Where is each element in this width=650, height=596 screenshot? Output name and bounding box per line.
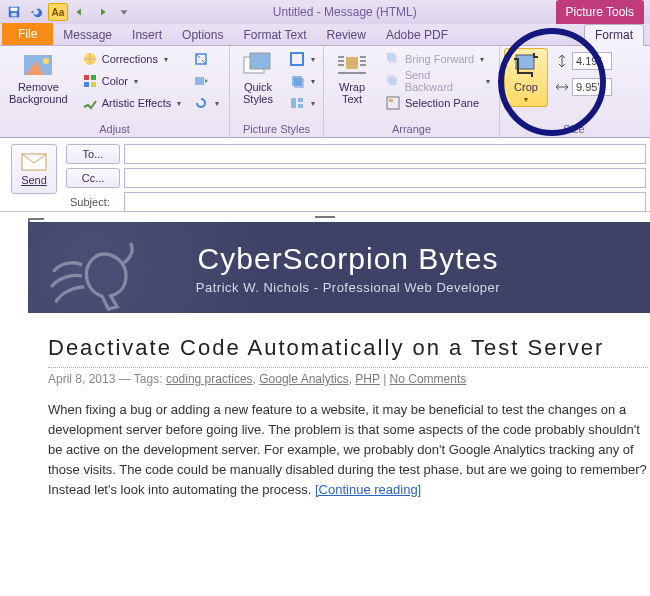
group-adjust: Remove Background Corrections▾ Color▾ Ar… (0, 46, 230, 137)
touch-mode-icon[interactable]: Aa (48, 3, 68, 21)
svg-rect-23 (387, 53, 395, 61)
comments-link[interactable]: No Comments (390, 372, 467, 386)
banner: CyberScorpion Bytes Patrick W. Nichols -… (28, 222, 650, 313)
svg-rect-14 (250, 53, 270, 69)
ribbon: Remove Background Corrections▾ Color▾ Ar… (0, 46, 650, 138)
send-button[interactable]: Send (11, 144, 57, 194)
svg-rect-7 (84, 75, 89, 80)
color-button[interactable]: Color▾ (77, 70, 186, 92)
width-icon (554, 79, 570, 95)
svg-rect-21 (346, 57, 358, 69)
to-button[interactable]: To... (66, 144, 120, 164)
tab-format[interactable]: Format (584, 24, 644, 46)
artistic-effects-button[interactable]: Artistic Effects▾ (77, 92, 186, 114)
svg-rect-15 (291, 53, 303, 65)
remove-background-button[interactable]: Remove Background (4, 48, 73, 108)
height-input[interactable]: 4.19" (572, 52, 612, 70)
qat-customize-icon[interactable] (114, 3, 134, 21)
ribbon-tabs: File Message Insert Options Format Text … (0, 24, 650, 46)
width-input[interactable]: 9.95" (572, 78, 612, 96)
change-picture-button[interactable] (188, 70, 224, 92)
undo-icon[interactable] (26, 3, 46, 21)
window-title: Untitled - Message (HTML) (134, 5, 556, 19)
corrections-button[interactable]: Corrections▾ (77, 48, 186, 70)
crop-button[interactable]: Crop ▾ (504, 48, 548, 107)
continue-reading-link[interactable]: [Continue reading] (315, 482, 421, 497)
group-arrange: Wrap Text Bring Forward▾ Send Backward▾ … (324, 46, 500, 137)
tab-review[interactable]: Review (317, 25, 376, 45)
svg-rect-19 (298, 98, 303, 102)
scorpion-logo (38, 232, 148, 342)
article-body: When fixing a bug or adding a new featur… (48, 400, 648, 500)
svg-rect-9 (84, 82, 89, 87)
envelope-icon (20, 152, 48, 172)
message-body[interactable]: CyberScorpion Bytes Patrick W. Nichols -… (0, 212, 650, 596)
svg-rect-18 (291, 98, 296, 108)
svg-rect-2 (11, 13, 16, 17)
to-field[interactable] (124, 144, 646, 164)
article-meta: April 8, 2013 — Tags: coding practices, … (48, 372, 648, 386)
group-label-arrange: Arrange (328, 122, 495, 137)
cc-field[interactable] (124, 168, 646, 188)
svg-rect-17 (294, 78, 304, 88)
save-icon[interactable] (4, 3, 24, 21)
svg-rect-25 (389, 77, 397, 85)
reset-picture-button[interactable]: ▾ (188, 92, 224, 114)
picture-layout-button[interactable]: ▾ (284, 92, 320, 114)
wrap-text-button[interactable]: Wrap Text (328, 48, 376, 108)
svg-rect-27 (389, 99, 393, 102)
svg-rect-1 (11, 8, 18, 12)
svg-rect-10 (91, 82, 96, 87)
group-size: Crop ▾ 4.19" 9.95" Size (500, 46, 648, 137)
height-input-row: 4.19" (554, 50, 612, 72)
picture-effects-button[interactable]: ▾ (284, 70, 320, 92)
tab-file[interactable]: File (2, 23, 53, 45)
contextual-tab-picture-tools: Picture Tools (556, 0, 644, 24)
quick-access-toolbar: Aa (4, 3, 134, 21)
bring-forward-button: Bring Forward▾ (380, 48, 495, 70)
height-icon (554, 53, 570, 69)
tab-options[interactable]: Options (172, 25, 233, 45)
width-input-row: 9.95" (554, 76, 612, 98)
subject-label: Subject: (66, 196, 120, 208)
tag-link[interactable]: PHP (355, 372, 379, 386)
send-backward-button: Send Backward▾ (380, 70, 495, 92)
previous-item-icon[interactable] (70, 3, 90, 21)
subject-field[interactable] (124, 192, 646, 212)
picture-border-button[interactable]: ▾ (284, 48, 320, 70)
svg-rect-8 (91, 75, 96, 80)
svg-rect-26 (387, 97, 399, 109)
tag-link[interactable]: coding practices (166, 372, 253, 386)
tag-link[interactable]: Google Analytics (259, 372, 348, 386)
group-picture-styles: Quick Styles ▾ ▾ ▾ Picture Styles (230, 46, 324, 137)
compose-header: Send To... Cc... Subject: (0, 138, 650, 212)
svg-rect-12 (195, 77, 204, 85)
cc-button[interactable]: Cc... (66, 168, 120, 188)
svg-point-5 (43, 58, 49, 64)
group-label-size: Size (504, 122, 644, 137)
quick-styles-button[interactable]: Quick Styles (234, 48, 282, 108)
group-label-picture-styles: Picture Styles (234, 122, 319, 137)
tab-format-text[interactable]: Format Text (233, 25, 316, 45)
next-item-icon[interactable] (92, 3, 112, 21)
group-label-adjust: Adjust (4, 122, 225, 137)
compress-pictures-button[interactable] (188, 48, 224, 70)
selection-pane-button[interactable]: Selection Pane (380, 92, 495, 114)
svg-rect-20 (298, 104, 303, 108)
tab-message[interactable]: Message (53, 25, 122, 45)
tab-adobe-pdf[interactable]: Adobe PDF (376, 25, 458, 45)
tab-insert[interactable]: Insert (122, 25, 172, 45)
title-bar: Aa Untitled - Message (HTML) Picture Too… (0, 0, 650, 24)
